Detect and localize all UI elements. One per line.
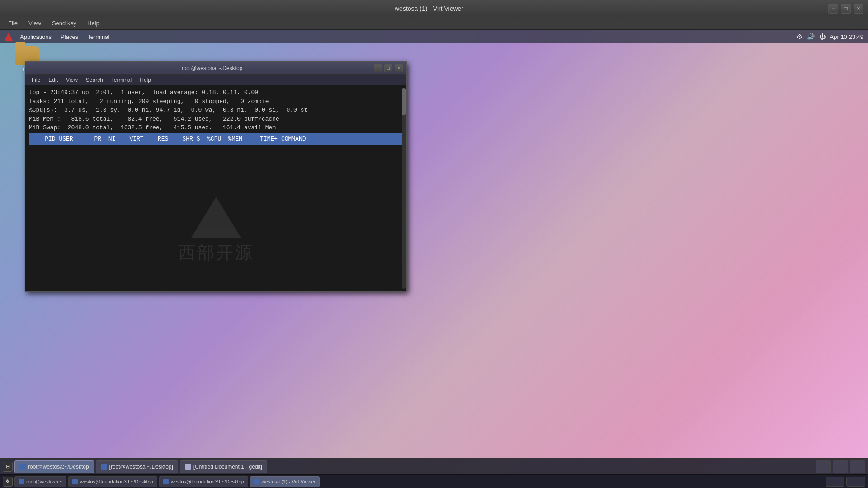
- guest-places-menu[interactable]: Places: [57, 33, 82, 41]
- host-small-btn-2[interactable]: [846, 477, 865, 487]
- taskbar-dot-icon-2: [185, 464, 191, 470]
- taskbar-small-btn-3[interactable]: [850, 460, 865, 473]
- taskbar-small-btn-2[interactable]: [833, 460, 848, 473]
- watermark-triangle-icon: [191, 197, 241, 238]
- term-menu-search[interactable]: Search: [82, 76, 107, 84]
- terminal-body[interactable]: top - 23:49:37 up 2:01, 1 user, load ave…: [25, 85, 406, 291]
- minimize-button[interactable]: −: [828, 4, 838, 14]
- term-menu-file[interactable]: File: [28, 76, 44, 84]
- top-line-3: %Cpu(s): 3.7 us, 1.3 sy, 0.0 ni, 94.7 id…: [29, 106, 403, 115]
- terminal-menubar: File Edit View Search Terminal Help: [25, 75, 406, 85]
- taskbar-item-0[interactable]: root@westosa:~/Desktop: [14, 460, 94, 473]
- taskbar-item-2[interactable]: [Untitled Document 1 - gedit]: [180, 460, 267, 473]
- fedora-logo-icon: [5, 33, 13, 41]
- term-menu-terminal[interactable]: Terminal: [108, 76, 135, 84]
- terminal-scrollbar[interactable]: [402, 88, 406, 289]
- virt-viewer-titlebar: westosa (1) - Virt Viewer − □ ×: [0, 0, 868, 17]
- guest-panel-left: Applications Places Terminal: [5, 33, 794, 41]
- taskbar-label-0: root@westosa:~/Desktop: [28, 464, 89, 470]
- host-taskbar: ❖ root@westosb:~ westos@foundation39:~/D…: [0, 474, 868, 488]
- taskbar-dot-icon-1: [101, 464, 107, 470]
- menu-file[interactable]: File: [4, 19, 22, 28]
- host-task-1[interactable]: westos@foundation39:~/Desktop: [68, 476, 157, 487]
- terminal-maximize-button[interactable]: □: [384, 64, 392, 72]
- guest-applications-menu[interactable]: Applications: [16, 33, 55, 41]
- guest-desktop: Applications Places Terminal ⚙ 🔊 ⏻ Apr 1…: [0, 30, 868, 474]
- terminal-scrollbar-thumb[interactable]: [402, 88, 406, 115]
- taskbar-label-1: [root@westosa:~/Desktop]: [109, 464, 173, 470]
- host-task-dot-1: [72, 479, 78, 484]
- host-task-0[interactable]: root@westosb:~: [14, 476, 66, 487]
- term-menu-edit[interactable]: Edit: [45, 76, 61, 84]
- virt-viewer-title: westosa (1) - Virt Viewer: [32, 5, 826, 12]
- taskbar-label-2: [Untitled Document 1 - gedit]: [193, 464, 262, 470]
- virt-viewer-window: westosa (1) - Virt Viewer − □ × File Vie…: [0, 0, 868, 488]
- host-task-label-2: westos@foundation39:~/Desktop: [171, 479, 244, 484]
- top-line-1: top - 23:49:37 up 2:01, 1 user, load ave…: [29, 88, 403, 97]
- terminal-titlebar: root@westosa:~/Desktop − □ ×: [25, 62, 406, 75]
- host-task-label-1: westos@foundation39:~/Desktop: [80, 479, 153, 484]
- host-task-dot-0: [19, 479, 24, 484]
- top-header: PID USER PR NI VIRT RES SHR S %CPU %MEM …: [29, 133, 403, 145]
- guest-taskbar: ⊞ root@westosa:~/Desktop [root@westosa:~…: [0, 458, 868, 474]
- guest-panel: Applications Places Terminal ⚙ 🔊 ⏻ Apr 1…: [0, 30, 868, 43]
- host-task-3[interactable]: westosa (1) - Virt Viewer: [250, 476, 320, 487]
- watermark: 西部开源: [178, 197, 254, 264]
- menu-send-key[interactable]: Send key: [47, 19, 81, 28]
- term-menu-view[interactable]: View: [62, 76, 81, 84]
- menu-help[interactable]: Help: [83, 19, 104, 28]
- watermark-text: 西部开源: [178, 241, 254, 264]
- host-small-btn-1[interactable]: [826, 477, 844, 487]
- terminal-title: root@westosa:~/Desktop: [52, 65, 373, 71]
- terminal-minimize-button[interactable]: −: [374, 64, 382, 72]
- close-button[interactable]: ×: [854, 4, 863, 14]
- taskbar-item-1[interactable]: [root@westosa:~/Desktop]: [96, 460, 178, 473]
- terminal-close-button[interactable]: ×: [395, 64, 403, 72]
- taskbar-dot-icon-0: [19, 464, 26, 470]
- menu-view[interactable]: View: [24, 19, 46, 28]
- host-task-label-3: westosa (1) - Virt Viewer: [262, 479, 316, 484]
- guest-clock: Apr 10 23:49: [830, 33, 863, 40]
- power-tray-icon[interactable]: ⏻: [819, 33, 826, 40]
- terminal-window: root@westosa:~/Desktop − □ × File Edit V…: [25, 61, 407, 292]
- maximize-button[interactable]: □: [841, 4, 851, 14]
- host-task-label-0: root@westosb:~: [26, 479, 62, 484]
- settings-tray-icon[interactable]: ⚙: [797, 33, 802, 40]
- host-corner-button[interactable]: ❖: [3, 477, 13, 487]
- top-line-2: Tasks: 211 total, 2 running, 209 sleepin…: [29, 97, 403, 106]
- guest-panel-right: ⚙ 🔊 ⏻ Apr 10 23:49: [797, 33, 863, 40]
- host-task-2[interactable]: westos@foundation39:~/Desktop: [159, 476, 248, 487]
- top-line-5: MiB Swap: 2048.0 total, 1632.5 free, 415…: [29, 123, 403, 132]
- taskbar-small-btn-1[interactable]: [816, 460, 831, 473]
- guest-corner-button[interactable]: ⊞: [3, 462, 13, 472]
- term-menu-help[interactable]: Help: [136, 76, 155, 84]
- host-task-dot-2: [163, 479, 169, 484]
- virt-viewer-menubar: File View Send key Help: [0, 17, 868, 30]
- volume-tray-icon[interactable]: 🔊: [807, 33, 815, 40]
- host-task-dot-3: [254, 479, 259, 484]
- guest-terminal-menu[interactable]: Terminal: [84, 33, 113, 41]
- top-line-4: MiB Mem : 818.6 total, 82.4 free, 514.2 …: [29, 115, 403, 124]
